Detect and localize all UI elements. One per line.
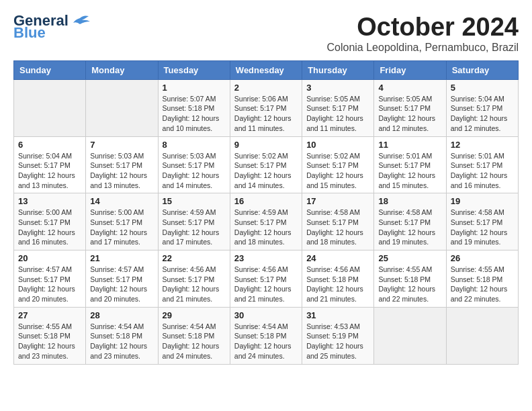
- calendar-cell: 31Sunrise: 4:53 AM Sunset: 5:19 PM Dayli…: [302, 307, 374, 364]
- day-info: Sunrise: 5:02 AM Sunset: 5:17 PM Dayligh…: [306, 151, 369, 191]
- calendar-cell: 29Sunrise: 4:54 AM Sunset: 5:18 PM Dayli…: [158, 307, 230, 364]
- logo-text-blue: Blue: [13, 26, 46, 40]
- calendar-cell: 26Sunrise: 4:55 AM Sunset: 5:18 PM Dayli…: [446, 250, 518, 308]
- day-info: Sunrise: 4:55 AM Sunset: 5:18 PM Dayligh…: [378, 265, 441, 304]
- day-number: 23: [234, 253, 298, 263]
- day-number: 11: [378, 140, 441, 150]
- day-number: 20: [18, 253, 81, 263]
- calendar-week-row: 27Sunrise: 4:55 AM Sunset: 5:18 PM Dayli…: [14, 307, 519, 364]
- calendar-cell: 18Sunrise: 4:58 AM Sunset: 5:17 PM Dayli…: [374, 193, 446, 250]
- logo: General Blue: [13, 13, 90, 40]
- day-number: 28: [90, 310, 153, 320]
- day-info: Sunrise: 4:55 AM Sunset: 5:18 PM Dayligh…: [451, 265, 514, 304]
- title-section: October 2024 Colonia Leopoldina, Pernamb…: [326, 13, 519, 54]
- location-subtitle: Colonia Leopoldina, Pernambuco, Brazil: [326, 42, 519, 54]
- day-info: Sunrise: 5:02 AM Sunset: 5:17 PM Dayligh…: [234, 151, 298, 191]
- header-friday: Friday: [374, 60, 446, 79]
- day-info: Sunrise: 4:53 AM Sunset: 5:19 PM Dayligh…: [306, 322, 369, 361]
- day-number: 27: [18, 310, 81, 320]
- calendar-cell: 27Sunrise: 4:55 AM Sunset: 5:18 PM Dayli…: [14, 307, 86, 364]
- calendar-cell: 16Sunrise: 4:59 AM Sunset: 5:17 PM Dayli…: [230, 193, 302, 250]
- day-number: 31: [306, 310, 369, 320]
- day-number: 24: [306, 253, 369, 263]
- calendar-cell: 23Sunrise: 4:56 AM Sunset: 5:17 PM Dayli…: [230, 250, 302, 308]
- calendar-cell: 14Sunrise: 5:00 AM Sunset: 5:17 PM Dayli…: [86, 193, 158, 250]
- day-info: Sunrise: 5:05 AM Sunset: 5:17 PM Dayligh…: [378, 94, 441, 134]
- day-info: Sunrise: 5:03 AM Sunset: 5:17 PM Dayligh…: [163, 151, 226, 191]
- calendar-cell: 30Sunrise: 4:54 AM Sunset: 5:18 PM Dayli…: [230, 307, 302, 364]
- calendar-cell: 10Sunrise: 5:02 AM Sunset: 5:17 PM Dayli…: [302, 136, 374, 193]
- day-number: 16: [234, 196, 298, 206]
- day-info: Sunrise: 4:54 AM Sunset: 5:18 PM Dayligh…: [234, 322, 298, 361]
- day-number: 15: [163, 196, 226, 206]
- calendar-cell: 7Sunrise: 5:03 AM Sunset: 5:17 PM Daylig…: [86, 136, 158, 193]
- calendar-cell: 28Sunrise: 4:54 AM Sunset: 5:18 PM Dayli…: [86, 307, 158, 364]
- day-info: Sunrise: 4:55 AM Sunset: 5:18 PM Dayligh…: [18, 322, 81, 361]
- day-info: Sunrise: 4:56 AM Sunset: 5:18 PM Dayligh…: [306, 265, 369, 304]
- day-info: Sunrise: 5:01 AM Sunset: 5:17 PM Dayligh…: [378, 151, 441, 191]
- calendar-header-row: Sunday Monday Tuesday Wednesday Thursday…: [14, 60, 519, 79]
- day-number: 17: [306, 196, 369, 206]
- calendar-week-row: 6Sunrise: 5:04 AM Sunset: 5:17 PM Daylig…: [14, 136, 519, 193]
- day-info: Sunrise: 5:04 AM Sunset: 5:17 PM Dayligh…: [18, 151, 81, 191]
- day-info: Sunrise: 4:54 AM Sunset: 5:18 PM Dayligh…: [163, 322, 226, 361]
- header-tuesday: Tuesday: [158, 60, 230, 79]
- calendar-cell: [14, 79, 86, 136]
- day-number: 9: [234, 140, 298, 150]
- day-info: Sunrise: 5:07 AM Sunset: 5:18 PM Dayligh…: [163, 94, 226, 134]
- day-info: Sunrise: 4:56 AM Sunset: 5:17 PM Dayligh…: [163, 265, 226, 304]
- calendar-cell: [446, 307, 518, 364]
- header-sunday: Sunday: [14, 60, 86, 79]
- calendar-cell: 6Sunrise: 5:04 AM Sunset: 5:17 PM Daylig…: [14, 136, 86, 193]
- calendar-cell: [374, 307, 446, 364]
- calendar-cell: 20Sunrise: 4:57 AM Sunset: 5:17 PM Dayli…: [14, 250, 86, 308]
- day-number: 13: [18, 196, 81, 206]
- day-number: 8: [163, 140, 226, 150]
- day-number: 6: [18, 140, 81, 150]
- day-number: 4: [378, 83, 441, 93]
- day-info: Sunrise: 4:59 AM Sunset: 5:17 PM Dayligh…: [234, 208, 298, 247]
- calendar-cell: 15Sunrise: 4:59 AM Sunset: 5:17 PM Dayli…: [158, 193, 230, 250]
- day-info: Sunrise: 4:56 AM Sunset: 5:17 PM Dayligh…: [234, 265, 298, 304]
- day-info: Sunrise: 4:57 AM Sunset: 5:17 PM Dayligh…: [18, 265, 81, 304]
- day-info: Sunrise: 5:00 AM Sunset: 5:17 PM Dayligh…: [18, 208, 81, 247]
- day-number: 2: [234, 83, 298, 93]
- day-info: Sunrise: 4:58 AM Sunset: 5:17 PM Dayligh…: [378, 208, 441, 247]
- day-number: 21: [90, 253, 153, 263]
- logo-bird-icon: [70, 15, 90, 27]
- day-info: Sunrise: 5:01 AM Sunset: 5:17 PM Dayligh…: [451, 151, 514, 191]
- day-info: Sunrise: 4:58 AM Sunset: 5:17 PM Dayligh…: [306, 208, 369, 247]
- day-number: 5: [451, 83, 514, 93]
- day-info: Sunrise: 5:06 AM Sunset: 5:17 PM Dayligh…: [234, 94, 298, 134]
- calendar-cell: 19Sunrise: 4:58 AM Sunset: 5:17 PM Dayli…: [446, 193, 518, 250]
- day-info: Sunrise: 4:59 AM Sunset: 5:17 PM Dayligh…: [163, 208, 226, 247]
- calendar-cell: 22Sunrise: 4:56 AM Sunset: 5:17 PM Dayli…: [158, 250, 230, 308]
- day-info: Sunrise: 5:05 AM Sunset: 5:17 PM Dayligh…: [306, 94, 369, 134]
- page-header: General Blue October 2024 Colonia Leopol…: [13, 13, 519, 54]
- calendar-cell: 25Sunrise: 4:55 AM Sunset: 5:18 PM Dayli…: [374, 250, 446, 308]
- calendar-cell: 13Sunrise: 5:00 AM Sunset: 5:17 PM Dayli…: [14, 193, 86, 250]
- day-number: 30: [234, 310, 298, 320]
- day-number: 18: [378, 196, 441, 206]
- day-info: Sunrise: 4:57 AM Sunset: 5:17 PM Dayligh…: [90, 265, 153, 304]
- calendar-cell: 24Sunrise: 4:56 AM Sunset: 5:18 PM Dayli…: [302, 250, 374, 308]
- calendar-week-row: 13Sunrise: 5:00 AM Sunset: 5:17 PM Dayli…: [14, 193, 519, 250]
- day-number: 25: [378, 253, 441, 263]
- calendar-cell: 3Sunrise: 5:05 AM Sunset: 5:17 PM Daylig…: [302, 79, 374, 136]
- header-saturday: Saturday: [446, 60, 518, 79]
- calendar-cell: 8Sunrise: 5:03 AM Sunset: 5:17 PM Daylig…: [158, 136, 230, 193]
- calendar-cell: 21Sunrise: 4:57 AM Sunset: 5:17 PM Dayli…: [86, 250, 158, 308]
- day-number: 29: [163, 310, 226, 320]
- calendar-cell: 12Sunrise: 5:01 AM Sunset: 5:17 PM Dayli…: [446, 136, 518, 193]
- calendar-cell: 4Sunrise: 5:05 AM Sunset: 5:17 PM Daylig…: [374, 79, 446, 136]
- calendar-week-row: 20Sunrise: 4:57 AM Sunset: 5:17 PM Dayli…: [14, 250, 519, 308]
- month-title: October 2024: [326, 13, 519, 42]
- calendar-cell: 2Sunrise: 5:06 AM Sunset: 5:17 PM Daylig…: [230, 79, 302, 136]
- header-thursday: Thursday: [302, 60, 374, 79]
- calendar-week-row: 1Sunrise: 5:07 AM Sunset: 5:18 PM Daylig…: [14, 79, 519, 136]
- day-number: 3: [306, 83, 369, 93]
- day-number: 1: [163, 83, 226, 93]
- day-number: 10: [306, 140, 369, 150]
- day-info: Sunrise: 4:54 AM Sunset: 5:18 PM Dayligh…: [90, 322, 153, 361]
- calendar-cell: [86, 79, 158, 136]
